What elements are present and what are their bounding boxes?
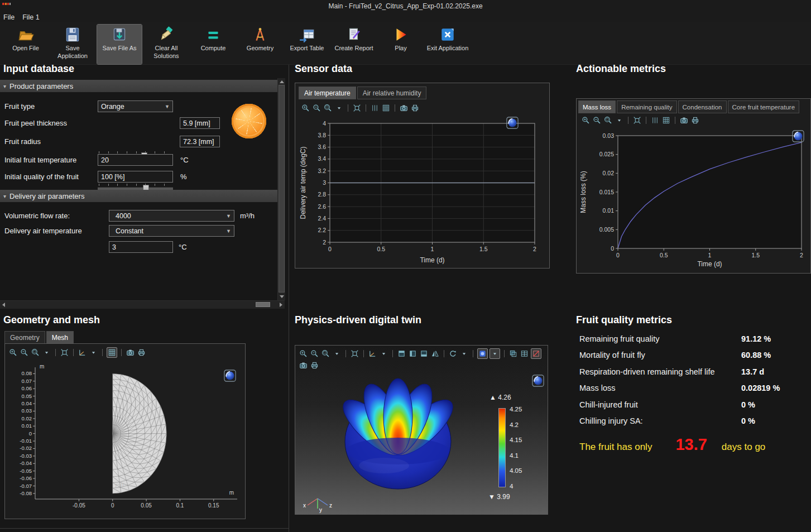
- zoom-out-icon[interactable]: [312, 103, 321, 113]
- delivery-air-header[interactable]: ▾ Delivery air parameters: [0, 190, 277, 202]
- zoom-in-icon[interactable]: [8, 348, 18, 357]
- caret-icon[interactable]: [379, 349, 388, 358]
- camera-icon[interactable]: [126, 348, 135, 357]
- geometry-tabs: Geometry Mesh: [4, 331, 74, 344]
- peel-thickness-value[interactable]: 5.9 [mm]: [180, 117, 220, 129]
- tab-condensation[interactable]: Condensation: [678, 100, 727, 113]
- caret-icon[interactable]: [332, 349, 342, 358]
- caret-icon[interactable]: [490, 348, 500, 359]
- scroll-left-icon[interactable]: [2, 303, 5, 307]
- caret-icon[interactable]: [334, 103, 344, 113]
- tab-core-fruit-temperature[interactable]: Core fruit temperature: [728, 100, 800, 113]
- caret-icon[interactable]: [615, 116, 624, 125]
- caret-icon[interactable]: [459, 349, 469, 358]
- fruit-quality-heading: Fruit quality metrics: [576, 314, 672, 326]
- zoom-box-icon[interactable]: [323, 103, 333, 113]
- product-parameters-header[interactable]: ▾ Product parameters: [0, 80, 277, 92]
- zoom-extents-icon[interactable]: [632, 116, 642, 125]
- play-button[interactable]: Play: [378, 25, 423, 64]
- delivery-temp-dropdown[interactable]: Constant ▼: [109, 225, 234, 237]
- export-table-button[interactable]: Export Table: [285, 25, 329, 64]
- compute-button[interactable]: Compute: [191, 25, 236, 64]
- view-yz-icon[interactable]: [408, 349, 418, 358]
- tab-remaining-quality[interactable]: Remaining quality: [617, 100, 676, 113]
- vertical-scrollbar[interactable]: [277, 78, 285, 300]
- zoom-out-icon[interactable]: [592, 116, 602, 125]
- horizontal-scroll-thumb[interactable]: [256, 302, 270, 307]
- delivery-temp-setpoint-input[interactable]: [109, 241, 173, 253]
- grid-horizontal-icon[interactable]: [107, 347, 117, 358]
- fruit-type-dropdown[interactable]: Orange ▼: [98, 100, 173, 112]
- zoom-out-icon[interactable]: [20, 348, 29, 357]
- digital-twin-scene[interactable]: [331, 372, 465, 500]
- scroll-right-icon[interactable]: [280, 303, 282, 307]
- sensor-chart[interactable]: 00.511.5222.22.42.62.833.23.43.63.84Time…: [297, 116, 546, 267]
- geometry-button[interactable]: Geometry: [238, 25, 282, 64]
- zoom-in-icon[interactable]: [301, 103, 310, 113]
- zoom-extents-icon[interactable]: [350, 349, 359, 358]
- tab-geometry[interactable]: Geometry: [4, 331, 45, 344]
- transparency-icon[interactable]: [508, 349, 518, 358]
- open-file-button[interactable]: Open File: [3, 25, 48, 64]
- view-xz-icon[interactable]: [419, 349, 429, 358]
- reflect-icon[interactable]: [430, 349, 440, 358]
- grid-vertical-icon[interactable]: [650, 116, 660, 125]
- mass-loss-chart[interactable]: 00.511.5200.0050.010.0150.020.0250.03Tim…: [578, 128, 809, 271]
- axis-z-label: z: [329, 502, 332, 509]
- scene-icon[interactable]: [477, 348, 488, 359]
- axis-view-icon[interactable]: [368, 349, 377, 358]
- axis-view-icon[interactable]: [78, 348, 87, 357]
- zoom-out-icon[interactable]: [310, 349, 319, 358]
- create-report-button[interactable]: Create Report: [332, 25, 376, 64]
- clear-all-solutions-button[interactable]: Clear All Solutions: [144, 25, 189, 64]
- grid-horizontal-icon[interactable]: [381, 103, 391, 113]
- grid-vertical-icon[interactable]: [370, 103, 380, 113]
- initial-temp-input[interactable]: [98, 154, 173, 166]
- tab-mesh[interactable]: Mesh: [46, 331, 74, 344]
- print-icon[interactable]: [410, 103, 420, 113]
- zoom-in-icon[interactable]: [299, 349, 308, 358]
- menu-file[interactable]: File: [3, 13, 15, 21]
- toolbar-separator: [646, 117, 646, 124]
- horizontal-scrollbar[interactable]: [0, 300, 285, 309]
- scroll-down-icon[interactable]: [280, 295, 284, 298]
- vertical-scroll-thumb[interactable]: [279, 85, 285, 293]
- save-file-as-button[interactable]: Save File As: [97, 25, 142, 64]
- metric-label: Respiration-driven remaining shelf life: [579, 367, 741, 376]
- tab-air-temperature[interactable]: Air temperature: [299, 87, 356, 99]
- print-icon[interactable]: [690, 116, 700, 125]
- view-xy-icon[interactable]: [397, 349, 406, 358]
- twin-plot-toolbar-row1: [299, 348, 541, 359]
- camera-icon[interactable]: [399, 103, 409, 113]
- main-toolbar: Open File Save Application Save File As: [0, 22, 811, 65]
- fruit-radius-value[interactable]: 72.3 [mm]: [180, 136, 220, 147]
- save-application-button[interactable]: Save Application: [50, 25, 95, 64]
- mesh-chart[interactable]: 0.080.070.060.050.040.030.020.010-0.01-0…: [6, 360, 244, 518]
- rotate-icon[interactable]: [448, 349, 458, 358]
- camera-icon[interactable]: [679, 116, 689, 125]
- zoom-box-icon[interactable]: [603, 116, 613, 125]
- menu-file1[interactable]: File 1: [22, 13, 40, 21]
- exit-application-button[interactable]: Exit Application: [425, 25, 470, 64]
- collapse-caret-icon: ▾: [3, 193, 6, 199]
- zoom-box-icon[interactable]: [321, 349, 330, 358]
- caret-icon[interactable]: [42, 348, 51, 357]
- zoom-extents-icon[interactable]: [352, 103, 362, 113]
- grid-horizontal-icon[interactable]: [661, 116, 671, 125]
- tab-mass-loss[interactable]: Mass loss: [578, 100, 616, 113]
- tab-air-relative-humidity[interactable]: Air relative humidity: [357, 87, 427, 99]
- toolbar-separator: [473, 350, 473, 357]
- zoom-extents-icon[interactable]: [60, 348, 69, 357]
- flow-rate-dropdown[interactable]: 4000 ▼: [109, 210, 234, 222]
- toolbar-button-label: Save Application: [50, 45, 95, 60]
- caret-icon[interactable]: [89, 348, 98, 357]
- zoom-in-icon[interactable]: [581, 116, 591, 125]
- data-table-icon[interactable]: [520, 349, 529, 358]
- initial-quality-input[interactable]: [98, 171, 173, 183]
- camera-icon[interactable]: [299, 361, 308, 370]
- print-icon[interactable]: [310, 361, 319, 370]
- clip-icon[interactable]: [531, 348, 541, 359]
- print-icon[interactable]: [137, 348, 146, 357]
- scroll-up-icon[interactable]: [280, 80, 284, 83]
- zoom-box-icon[interactable]: [31, 348, 40, 357]
